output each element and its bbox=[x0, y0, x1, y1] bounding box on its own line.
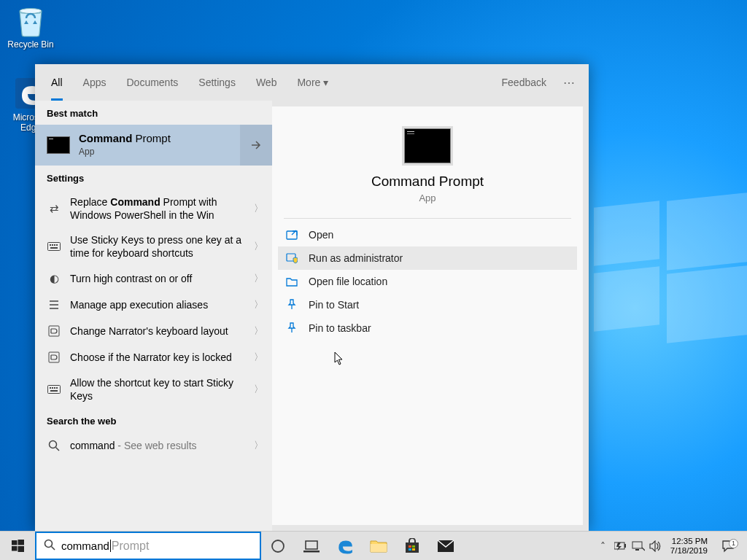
settings-result[interactable]: Manage app execution aliases 〉 bbox=[35, 292, 272, 318]
chevron-right-icon: 〉 bbox=[254, 383, 263, 396]
result-preview-pane: Command Prompt App Open Run as administr… bbox=[272, 106, 583, 525]
svg-rect-29 bbox=[371, 544, 387, 552]
svg-rect-31 bbox=[409, 545, 411, 548]
chevron-right-icon: 〉 bbox=[254, 202, 263, 215]
taskbar-app-file-explorer[interactable] bbox=[362, 532, 395, 561]
more-options-button[interactable]: ⋯ bbox=[557, 76, 583, 90]
taskbar-app-mail[interactable] bbox=[429, 532, 462, 561]
svg-rect-34 bbox=[412, 548, 415, 551]
svg-rect-28 bbox=[303, 551, 320, 553]
cmd-icon bbox=[47, 136, 70, 154]
section-best-match: Best match bbox=[35, 101, 272, 125]
action-pin-to-start[interactable]: Pin to Start bbox=[278, 293, 577, 316]
desktop: Recycle Bin Microsoft Edge All Apps Docu… bbox=[0, 0, 747, 560]
settings-result[interactable]: ◐ Turn high contrast on or off 〉 bbox=[35, 265, 272, 292]
contrast-icon: ◐ bbox=[47, 271, 61, 286]
settings-result[interactable]: Use Sticky Keys to press one key at a ti… bbox=[35, 228, 272, 265]
svg-line-17 bbox=[56, 448, 60, 451]
chevron-right-icon: 〉 bbox=[254, 240, 263, 253]
chevron-right-icon: 〉 bbox=[254, 439, 263, 452]
windows-logo-icon bbox=[12, 540, 24, 552]
keyboard-icon bbox=[47, 239, 61, 254]
taskbar: commandPrompt ˄ 12:35 PM 7/18/2019 1 bbox=[0, 531, 747, 560]
svg-rect-39 bbox=[635, 549, 639, 551]
folder-icon bbox=[285, 275, 298, 288]
search-results-list: Best match Command Prompt App Settings ⇄… bbox=[35, 101, 272, 531]
keyboard-icon bbox=[47, 382, 61, 397]
tab-documents[interactable]: Documents bbox=[116, 64, 188, 101]
start-search-panel: All Apps Documents Settings Web More▾ Fe… bbox=[35, 64, 589, 531]
svg-rect-32 bbox=[412, 545, 415, 548]
narrator-icon bbox=[47, 324, 61, 338]
search-scope-tabs: All Apps Documents Settings Web More▾ Fe… bbox=[35, 64, 589, 101]
tray-clock[interactable]: 12:35 PM 7/18/2019 bbox=[665, 537, 713, 556]
chevron-right-icon: 〉 bbox=[254, 298, 263, 311]
tab-all[interactable]: All bbox=[41, 64, 73, 101]
svg-point-26 bbox=[272, 540, 284, 552]
search-icon bbox=[47, 438, 61, 453]
taskbar-app-edge[interactable] bbox=[328, 532, 362, 561]
svg-rect-38 bbox=[632, 542, 642, 548]
svg-rect-12 bbox=[52, 387, 53, 389]
svg-rect-10 bbox=[48, 386, 61, 394]
tab-web[interactable]: Web bbox=[246, 64, 287, 101]
task-view-button[interactable] bbox=[295, 532, 328, 561]
svg-rect-22 bbox=[12, 546, 18, 551]
svg-rect-2 bbox=[48, 243, 61, 251]
svg-rect-15 bbox=[50, 390, 58, 392]
search-autocomplete-hint: Prompt bbox=[112, 540, 150, 553]
narrator-icon bbox=[47, 350, 61, 365]
recycle-bin-icon bbox=[13, 3, 48, 38]
svg-point-16 bbox=[50, 441, 57, 448]
best-match-result[interactable]: Command Prompt App bbox=[35, 125, 272, 166]
svg-rect-14 bbox=[56, 387, 58, 389]
settings-result[interactable]: Choose if the Narrator key is locked 〉 bbox=[35, 344, 272, 370]
action-open[interactable]: Open bbox=[278, 223, 577, 246]
tray-network-icon[interactable] bbox=[630, 532, 647, 561]
tab-settings[interactable]: Settings bbox=[188, 64, 246, 101]
taskbar-search-box[interactable]: commandPrompt bbox=[35, 532, 261, 560]
svg-rect-18 bbox=[287, 231, 297, 239]
feedback-link[interactable]: Feedback bbox=[492, 64, 557, 101]
svg-rect-21 bbox=[18, 540, 24, 545]
svg-line-25 bbox=[52, 546, 55, 550]
svg-rect-8 bbox=[49, 326, 59, 336]
svg-rect-27 bbox=[306, 541, 317, 549]
swap-icon: ⇄ bbox=[47, 201, 61, 216]
svg-point-24 bbox=[45, 540, 53, 547]
settings-result[interactable]: Change Narrator's keyboard layout 〉 bbox=[35, 318, 272, 344]
action-open-file-location[interactable]: Open file location bbox=[278, 270, 577, 293]
tray-power-icon[interactable] bbox=[612, 532, 630, 561]
action-run-as-admin[interactable]: Run as administrator bbox=[278, 246, 577, 270]
action-pin-to-taskbar[interactable]: Pin to taskbar bbox=[278, 316, 577, 340]
svg-rect-3 bbox=[50, 244, 51, 246]
settings-result[interactable]: Allow the shortcut key to start Sticky K… bbox=[35, 370, 272, 408]
chevron-right-icon: 〉 bbox=[254, 272, 263, 285]
cortana-button[interactable] bbox=[261, 532, 295, 561]
tray-chevron-up-icon[interactable]: ˄ bbox=[595, 532, 612, 561]
svg-rect-11 bbox=[50, 387, 51, 389]
svg-rect-7 bbox=[50, 247, 58, 249]
tray-volume-icon[interactable] bbox=[647, 532, 665, 561]
admin-shield-icon bbox=[285, 252, 298, 265]
search-icon bbox=[44, 539, 55, 553]
divider bbox=[284, 218, 571, 219]
tab-more[interactable]: More▾ bbox=[287, 64, 338, 101]
svg-rect-13 bbox=[54, 387, 55, 389]
svg-rect-33 bbox=[409, 548, 411, 551]
settings-result[interactable]: ⇄ Replace Command Prompt with Windows Po… bbox=[35, 190, 272, 228]
wallpaper-windows-logo bbox=[594, 197, 747, 350]
pin-icon bbox=[285, 298, 298, 311]
tab-apps[interactable]: Apps bbox=[73, 64, 117, 101]
preview-title: Command Prompt bbox=[272, 174, 583, 190]
expand-arrow-icon[interactable] bbox=[240, 125, 272, 166]
svg-rect-5 bbox=[54, 244, 55, 246]
desktop-icon-recycle-bin[interactable]: Recycle Bin bbox=[3, 3, 58, 50]
web-search-result[interactable]: command - See web results 〉 bbox=[35, 432, 272, 459]
preview-subtitle: App bbox=[272, 192, 583, 203]
tray-action-center[interactable]: 1 bbox=[713, 540, 743, 553]
aliases-icon bbox=[47, 298, 61, 312]
text-caret bbox=[110, 540, 111, 552]
taskbar-app-store[interactable] bbox=[395, 532, 429, 561]
start-button[interactable] bbox=[0, 532, 35, 560]
